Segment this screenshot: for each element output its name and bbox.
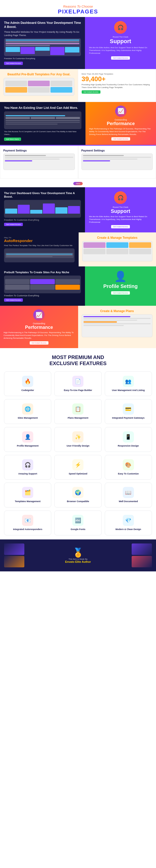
cell-count: More Than 39,400 Page Templates 39,400+ …	[78, 69, 156, 102]
medal-icon: 🏅	[65, 548, 91, 558]
round-clock2: Round The Clock	[89, 206, 152, 208]
manage-templates-screenshot	[82, 241, 153, 261]
performance-icon: 📈	[115, 105, 127, 117]
user-list-subtitle: You Get Access To A Complete List Of Cur…	[4, 130, 82, 136]
new-badge: New	[73, 182, 83, 185]
cell-admin-dashboard: The Admin Dashboard Gives Your Developme…	[0, 17, 85, 69]
auto-name: AutoResponder	[4, 239, 74, 243]
responsive-icon: 📱	[123, 431, 134, 442]
feature-item-templates-mgmt: 🗂️ Templates Management	[4, 483, 51, 507]
performance-title: Performance	[89, 121, 152, 126]
feature-item-responsive: 📱 Responsive Design	[105, 427, 152, 452]
profile-title: Profile Setting	[89, 283, 152, 289]
support2-title: Support	[89, 208, 152, 214]
elite-author-text: Envato Elite Author	[65, 560, 91, 563]
profile-btn[interactable]: Get Instant Access	[111, 291, 130, 294]
manage-plans-title: Create & Manage Plans	[82, 309, 153, 313]
support2-btn[interactable]: Get Instant Access	[111, 225, 130, 228]
performance2-btn[interactable]: Get Instant Access	[30, 341, 49, 345]
count-sublabel: More Than 39,400 Page Templates	[82, 73, 152, 75]
auto-subtitle: Find The Perfect Template The Way You Li…	[4, 244, 74, 247]
feature-item-speed: ⚡ Speed Optimized	[54, 455, 101, 480]
features-section: MOST PREMIUM ANDEXCLUSIVE FEATURES 🔥 Cod…	[0, 348, 156, 539]
support-big-title: Support	[89, 38, 152, 45]
feature-item-browser: 🌍 Browser Compatible	[54, 483, 101, 507]
support-subtitle: We Are An Elite Author, And Our Support …	[89, 46, 152, 55]
header: Reasons To Choose PIXELPAGES	[0, 0, 156, 17]
support2-subtitle: We Are An Elite Author, And Our Support …	[89, 215, 152, 224]
prebuilt-freedom: Freedom To Customize Everything	[4, 294, 81, 297]
cell-manage-templates: Create & Manage Templates	[79, 232, 156, 267]
payment-gateways-icon: 💳	[123, 403, 134, 414]
user-management-icon: 👥	[123, 376, 134, 387]
performance-subtitle: High Performancing is The Pathways Of Su…	[89, 127, 152, 136]
features-title: MOST PREMIUM ANDEXCLUSIVE FEATURES	[4, 354, 152, 366]
payment-settings-row: Payment Settings Payment Settings	[0, 145, 156, 179]
cell-autoresponder: Hey, I'm AutoResponder Find The Perfect …	[0, 232, 79, 267]
easy-customize-icon: 🎨	[123, 459, 134, 470]
user-list-btn[interactable]: Add More Users	[4, 137, 21, 141]
feature-item-customize: 🎨 Easy To Customize	[105, 455, 152, 480]
support-icon: 🎧	[114, 21, 127, 34]
manage-plans-screenshot	[82, 314, 153, 337]
templates-screenshot	[4, 78, 74, 96]
freedom-text: Freedom To Customize Everything	[4, 57, 81, 60]
autoresponders-label: Integrated Autoresponders	[7, 528, 49, 531]
cell-user-dashboard: The User Dashboard Gives Your Developmen…	[0, 187, 85, 232]
feature-row-auto-templates: Hey, I'm AutoResponder Find The Perfect …	[0, 232, 156, 267]
payment-settings-label-left: Payment Settings	[3, 149, 75, 152]
google-fonts-label: Google Fonts	[57, 528, 99, 531]
payment-gateways-label: Integrated Payment Gateways	[107, 416, 149, 420]
user-dashboard-btn[interactable]: Get Instant Access	[4, 223, 23, 226]
manage-templates-title: Create & Manage Templates	[82, 236, 153, 240]
cell-templates-prebuilt: Beautiful Pre-Built Templates For Any Go…	[0, 69, 78, 102]
made-by-text: This Item is Made By	[65, 558, 91, 560]
feature-item-profile: 👤 Profile Management	[4, 427, 51, 452]
speed-optimized-label: Speed Optimized	[57, 472, 99, 475]
new-badge-section: New	[0, 179, 156, 187]
feature-item-payment: 💳 Integrated Payment Gateways	[105, 399, 152, 424]
cell-profile: 👤 Profile Setting Get Instant Access	[85, 267, 156, 306]
count-subtitle: Providing High Quality And Trustworthy C…	[82, 83, 152, 89]
feature-item-modern: 💎 Modern & Clean Design	[105, 510, 152, 535]
autoresponders-icon: 📧	[22, 515, 33, 526]
feature-item-user-management: 👥 User Management And Listing	[105, 371, 152, 396]
cell-manage-plans: Create & Manage Plans	[78, 306, 156, 348]
footer-right-images	[132, 544, 152, 567]
user-freedom-text: Freedom To Customize Everything	[4, 219, 81, 221]
count-btn[interactable]: Get Instant Access	[82, 90, 100, 94]
feature-item-support: 🎧 Amazing Support	[4, 455, 51, 480]
feature-row-3: You Have An Existing User List And Can A…	[0, 102, 156, 145]
payment-settings-label-right: Payment Settings	[82, 149, 153, 152]
footer-center: 🏅 This Item is Made By Envato Elite Auth…	[65, 548, 91, 563]
user-management-label: User Management And Listing	[107, 389, 149, 392]
feature-row-prebuilt-profile: Prebuilt Templates To Create Sites For A…	[0, 267, 156, 306]
prebuilt-btn[interactable]: Get Instant Access	[4, 299, 23, 302]
feature-row-2: Beautiful Pre-Built Templates For Any Go…	[0, 69, 156, 102]
performance-btn[interactable]: Get Instant Access	[111, 137, 130, 141]
outstanding-text: Outstanding	[89, 119, 152, 121]
feature-item-documented: 📖 Well Documented	[105, 483, 152, 507]
cell-performance: 📈 Outstanding Performance High Performan…	[86, 102, 156, 145]
performance2-icon: 📈	[33, 309, 45, 321]
user-list-title: You Have An Existing User List And Can A…	[4, 106, 82, 110]
cell-user-list: You Have An Existing User List And Can A…	[0, 102, 86, 145]
feature-item-page-builder: 📄 Easy-To-Use Page Builder	[54, 371, 101, 396]
user-dashboard-screenshot	[4, 200, 81, 218]
cell-support2: 🎧 Round The Clock Support We Are An Elit…	[85, 187, 156, 232]
well-documented-icon: 📖	[123, 487, 134, 498]
outstanding2: Outstanding	[4, 322, 74, 325]
features-grid: 🔥 Codeigniter 📄 Easy-To-Use Page Builder…	[4, 371, 152, 535]
user-dashboard-title: The User Dashboard Gives Your Developmen…	[4, 191, 81, 199]
prebuilt-screenshot	[4, 276, 81, 293]
cell-prebuilt: Prebuilt Templates To Create Sites For A…	[0, 267, 85, 306]
feature-item-plans: 📋 Plans Management	[54, 399, 101, 424]
payment-screenshot-left	[3, 154, 75, 170]
admin-dashboard-btn[interactable]: Get Instant Access	[4, 62, 23, 65]
google-fonts-icon: 🔤	[72, 515, 84, 526]
support-btn[interactable]: Get Instant Access	[111, 56, 130, 60]
page-builder-label: Easy-To-Use Page Builder	[57, 389, 99, 392]
modern-design-label: Modern & Clean Design	[107, 528, 149, 531]
performance2-subtitle: High Performancing is The Pathways Of Su…	[4, 331, 74, 340]
plans-management-icon: 📋	[72, 403, 84, 414]
